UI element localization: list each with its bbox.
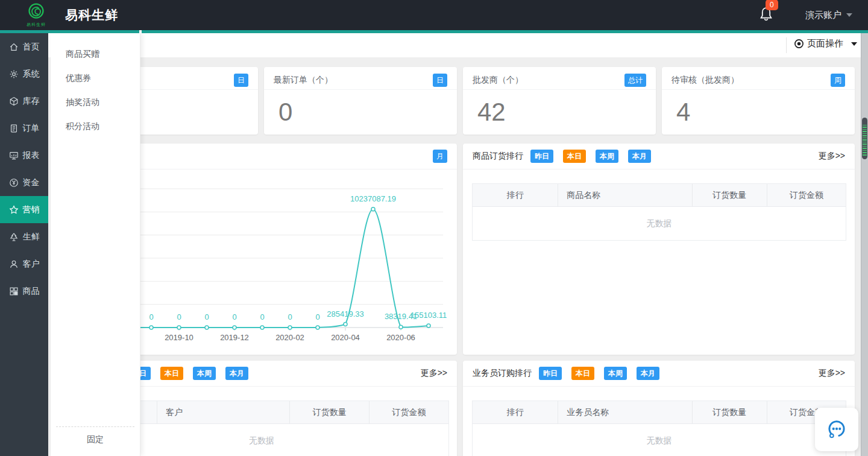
column-header: 排行 [473, 401, 558, 423]
sidebar-item-label: 营销 [23, 204, 40, 215]
empty-data-row: 无数据 [473, 424, 846, 456]
sidebar-item-label: 生鲜 [23, 232, 40, 242]
gear-icon [9, 69, 19, 79]
bell-icon [758, 14, 774, 24]
tab-this-month[interactable]: 本月 [225, 367, 248, 380]
tab-today[interactable]: 本日 [160, 367, 183, 380]
period-tabs: 昨日本日本周本月 [128, 367, 248, 380]
rank-card-title: 业务员订购排行 [473, 368, 532, 379]
page-actions-dropdown[interactable]: 页面操作 [794, 38, 857, 49]
tab-this-month[interactable]: 本月 [637, 367, 659, 380]
tab-today[interactable]: 本日 [571, 367, 594, 380]
accent-bar [0, 30, 868, 33]
sidebar-item-label: 系统 [23, 69, 40, 80]
rank-card-title: 商品订货排行 [473, 151, 523, 162]
salesman-rank-table: 排行业务员名称订货数量订货金额无数据 [472, 401, 846, 456]
tab-today[interactable]: 本日 [563, 150, 586, 163]
svg-text:0: 0 [177, 312, 181, 321]
app-logo[interactable]: 易科生鲜 [17, 2, 55, 28]
stat-card-wholesalers: 批发商（个） 总计 42 [463, 67, 656, 135]
logo-spiral-icon [27, 2, 46, 23]
sidebar-item-label: 报表 [23, 150, 40, 161]
product-rank-table: 排行商品名称订货数量订货金额无数据 [472, 183, 846, 241]
sidebar-item-document[interactable]: 订单 [0, 115, 48, 142]
stat-card-row: 日 最新订单（个） 日 0 批发商（个） 总计 42 待审核（批发商） 周 4 [65, 67, 855, 135]
sidebar-item-grid[interactable]: 商品 [0, 277, 48, 305]
sidebar-item-star[interactable]: 营销 [0, 196, 48, 223]
tree-icon [9, 232, 19, 242]
tab-this-week[interactable]: 本周 [193, 367, 216, 380]
report-icon [9, 151, 19, 160]
tab-this-week[interactable]: 本周 [604, 367, 627, 380]
accent-bar-notch [139, 30, 142, 33]
sidebar-item-label: 商品 [23, 286, 40, 297]
period-badge: 月 [433, 150, 447, 163]
notification-bell[interactable]: 0 [758, 5, 774, 25]
sidebar-item-user[interactable]: 客户 [0, 250, 48, 277]
svg-text:2020-06: 2020-06 [386, 333, 415, 342]
svg-text:10237087.19: 10237087.19 [350, 194, 396, 203]
svg-text:155103.11: 155103.11 [410, 311, 447, 320]
top-header: 易科生鲜 易科生鲜 0 演示账户 [0, 0, 868, 30]
column-header: 商品名称 [558, 184, 692, 206]
sidebar-item-tree[interactable]: 生鲜 [0, 223, 48, 250]
column-header: 订货数量 [290, 401, 370, 423]
sidebar-item-label: 资金 [23, 177, 40, 188]
more-link[interactable]: 更多>> [819, 368, 845, 379]
svg-text:2020-02: 2020-02 [275, 333, 304, 342]
stat-card-value: 42 [477, 100, 656, 125]
svg-text:285419.33: 285419.33 [327, 309, 363, 318]
tab-yesterday[interactable]: 昨日 [539, 367, 562, 380]
submenu-item-points[interactable]: 积分活动 [51, 114, 140, 138]
chat-bubble-icon [823, 416, 850, 443]
svg-text:0: 0 [232, 312, 236, 321]
table-header-row: 排行业务员名称订货数量订货金额 [473, 401, 846, 424]
more-link[interactable]: 更多>> [819, 151, 845, 162]
chevron-down-icon [851, 42, 857, 46]
product-rank-card: 商品订货排行 昨日本日本周本月 更多>> 排行商品名称订货数量订货金额无数据 [463, 144, 855, 355]
column-header: 业务员名称 [558, 401, 692, 423]
box-icon [9, 97, 19, 106]
pin-submenu-button[interactable]: 固定 [51, 434, 140, 445]
notification-count-badge: 0 [766, 0, 778, 10]
page-title: 易科生鲜 [65, 7, 118, 24]
stat-card-latest-orders: 最新订单（个） 日 0 [264, 67, 457, 135]
sidebar-item-label: 订单 [23, 123, 40, 134]
period-tabs: 昨日本日本周本月 [539, 367, 659, 380]
sidebar-item-gear[interactable]: 系统 [0, 60, 48, 87]
more-link[interactable]: 更多>> [421, 368, 447, 379]
logo-subtext: 易科生鲜 [27, 22, 46, 28]
sidebar-item-box[interactable]: 库存 [0, 87, 48, 115]
tab-yesterday[interactable]: 昨日 [530, 150, 553, 163]
sidebar-item-label: 库存 [23, 96, 40, 107]
tab-this-month[interactable]: 本月 [628, 150, 651, 163]
star-icon [9, 205, 19, 215]
account-menu[interactable]: 演示账户 [805, 10, 852, 21]
customer-service-chat-button[interactable] [815, 408, 858, 451]
tab-this-week[interactable]: 本周 [596, 150, 618, 163]
home-icon [9, 42, 19, 52]
vertical-scrollbar[interactable] [861, 33, 868, 456]
period-badge: 日 [234, 74, 248, 87]
column-header: 订货数量 [693, 401, 767, 423]
submenu-item-lottery[interactable]: 抽奖活动 [51, 90, 140, 114]
submenu-item-coupon[interactable]: 优惠券 [51, 66, 140, 90]
marketing-submenu-flyout: 商品买赠优惠券抽奖活动积分活动 固定 [51, 33, 140, 456]
sidebar-nav: 首页系统库存订单报表资金营销生鲜客户商品 [0, 33, 48, 456]
svg-text:2019-12: 2019-12 [220, 333, 249, 342]
scrollbar-thumb[interactable] [862, 118, 867, 159]
column-header: 排行 [473, 184, 558, 206]
period-badge: 日 [433, 74, 447, 87]
grid-icon [9, 287, 19, 296]
svg-text:0: 0 [149, 312, 153, 321]
stat-card-title: 待审核（批发商） [671, 75, 739, 86]
submenu-item-product-gift[interactable]: 商品买赠 [51, 42, 140, 66]
account-name: 演示账户 [805, 10, 841, 21]
sidebar-item-yen[interactable]: 资金 [0, 169, 48, 196]
column-header: 订货金额 [767, 184, 846, 206]
svg-text:2019-10: 2019-10 [165, 333, 193, 342]
user-icon [9, 259, 19, 269]
stat-card-title: 批发商（个） [473, 75, 523, 86]
sidebar-item-report[interactable]: 报表 [0, 142, 48, 169]
sidebar-item-home[interactable]: 首页 [0, 33, 48, 60]
